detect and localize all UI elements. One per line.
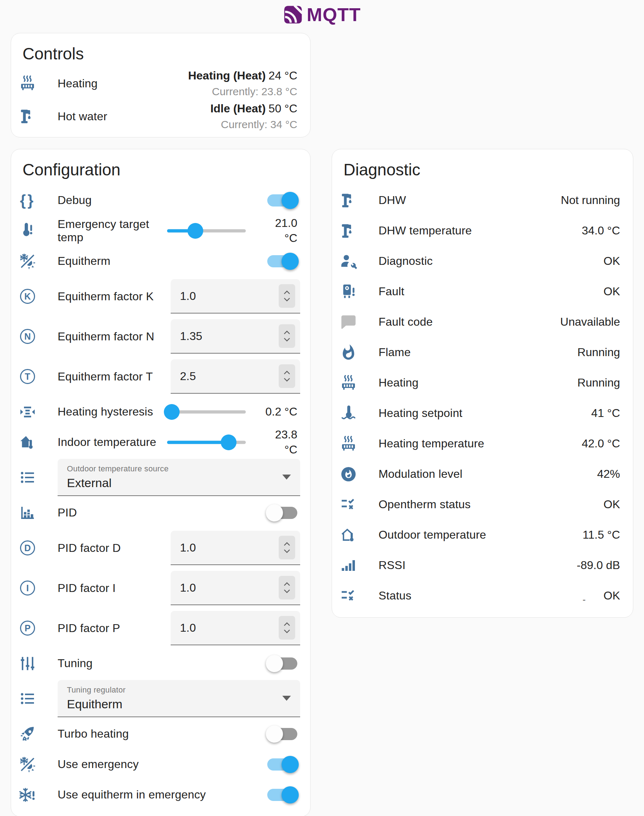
sensor-value: Not running — [561, 193, 620, 207]
setting-label: Emergency target temp — [58, 218, 164, 244]
state-name: Heating (Heat) — [188, 69, 266, 82]
diag-row-heating-temperature[interactable]: Heating temperature 42.0 °C — [332, 428, 633, 459]
config-row-equitherm-factor-k: K Equitherm factor K — [11, 276, 310, 316]
diagnostic-title: Diagnostic — [332, 149, 633, 185]
diag-row-flame[interactable]: Flame Running — [332, 337, 633, 368]
thermometer-water-icon — [339, 404, 358, 423]
config-row-debug: {} Debug — [11, 185, 310, 215]
pid-factor-p-input[interactable] — [180, 621, 279, 635]
climate-state[interactable]: Heating (Heat)24 °C Currently: 23.8 °C — [188, 67, 297, 100]
pid-factor-d-field[interactable] — [171, 531, 300, 565]
pid-toggle[interactable] — [267, 507, 297, 519]
heating-hysteresis-slider[interactable] — [167, 403, 246, 420]
equitherm-factor-n-field[interactable] — [171, 319, 300, 354]
stepper-buttons[interactable] — [279, 536, 295, 559]
setting-label: PID — [58, 506, 262, 519]
alpha-i-circle-icon: I — [18, 579, 37, 597]
sensor-value: 34.0 °C — [582, 224, 620, 237]
mqtt-logo-icon — [283, 5, 303, 25]
config-row-emergency-target-temp: Emergency target temp 21.0 °C — [11, 215, 310, 246]
pid-factor-p-field[interactable] — [171, 611, 300, 645]
snowflake-alert-icon — [18, 785, 37, 804]
stepper-buttons[interactable] — [279, 284, 295, 308]
indoor-temperature-slider[interactable] — [167, 434, 246, 451]
list-status-icon — [339, 587, 358, 605]
pid-factor-d-input[interactable] — [180, 541, 279, 554]
sensor-value: OK — [604, 589, 620, 602]
sensor-label: Heating temperature — [379, 437, 582, 450]
stepper-buttons[interactable] — [279, 364, 295, 388]
diag-row-dhw[interactable]: DHW Not running — [332, 185, 633, 215]
alpha-k-circle-icon: K — [18, 287, 37, 306]
equitherm-factor-k-input[interactable] — [180, 290, 279, 303]
use-emergency-toggle[interactable] — [267, 758, 297, 770]
sensor-value: 42% — [597, 468, 620, 481]
turbo-heating-toggle[interactable] — [267, 728, 297, 740]
diag-row-fault-code[interactable]: Fault code Unavailable — [332, 307, 633, 337]
sun-snowflake-icon — [18, 755, 37, 774]
config-row-tuning: Tuning — [11, 648, 310, 679]
stepper-buttons[interactable] — [279, 324, 295, 348]
chart-histogram-icon — [18, 503, 37, 522]
emergency-target-temp-slider[interactable] — [167, 222, 246, 239]
climate-state[interactable]: Idle (Heat)50 °C Currently: 34 °C — [210, 100, 297, 132]
radiator-icon — [339, 434, 358, 453]
water-pump-icon — [339, 222, 358, 240]
setting-label: PID factor I — [58, 581, 171, 595]
state-target-temp: 24 °C — [269, 69, 297, 82]
dropdown-arrow-icon — [282, 475, 291, 480]
sensor-label: Opentherm status — [379, 498, 604, 511]
sensor-label: Outdoor temperature — [379, 528, 583, 541]
select-value: External — [67, 476, 279, 490]
outdoor-temperature-source-select[interactable]: Outdoor temperature source External — [58, 459, 300, 496]
sensor-label: Modulation level — [379, 468, 597, 481]
sensor-label: Flame — [379, 346, 578, 359]
config-row-pid-factor-p: P PID factor P — [11, 608, 310, 648]
equitherm-toggle[interactable] — [267, 255, 297, 267]
state-target-temp: 50 °C — [269, 102, 297, 115]
config-row-equitherm-factor-t: T Equitherm factor T — [11, 356, 310, 397]
diag-row-status[interactable]: Status OK — [332, 580, 633, 611]
pid-factor-i-field[interactable] — [171, 571, 300, 605]
pid-factor-i-input[interactable] — [180, 581, 279, 594]
diag-row-opentherm-status[interactable]: Opentherm status OK — [332, 489, 633, 520]
equitherm-factor-t-input[interactable] — [180, 370, 279, 383]
setting-label: Turbo heating — [58, 727, 262, 741]
sensor-value: Unavailable — [560, 315, 620, 328]
diag-row-diagnostic[interactable]: Diagnostic OK — [332, 246, 633, 276]
sensor-value: OK — [604, 255, 620, 268]
equitherm-factor-t-field[interactable] — [171, 359, 300, 394]
config-row-heating-hysteresis: Heating hysteresis 0.2 °C — [11, 397, 310, 427]
equitherm-factor-k-field[interactable] — [171, 279, 300, 313]
setting-label: Tuning — [58, 657, 262, 670]
diag-row-fault[interactable]: Fault OK — [332, 276, 633, 307]
stepper-buttons[interactable] — [279, 576, 295, 600]
diag-row-modulation-level[interactable]: Modulation level 42% — [332, 459, 633, 489]
controls-title: Controls — [11, 33, 310, 67]
config-row-tuning-regulator: Tuning regulator Equitherm — [11, 679, 310, 719]
control-row-heating[interactable]: Heating Heating (Heat)24 °C Currently: 2… — [11, 67, 310, 100]
radiator-icon — [339, 374, 358, 392]
control-row-hot-water[interactable]: Hot water Idle (Heat)50 °C Currently: 34… — [11, 100, 310, 133]
use-equitherm-in-emergency-toggle[interactable] — [267, 789, 297, 801]
tuning-regulator-select[interactable]: Tuning regulator Equitherm — [58, 680, 300, 717]
control-label: Heating — [58, 77, 188, 90]
diag-row-heating[interactable]: Heating Running — [332, 368, 633, 398]
select-value: Equitherm — [67, 697, 279, 711]
diagnostic-card: Diagnostic DHW Not running DHW temperatu… — [332, 149, 633, 618]
equitherm-factor-n-input[interactable] — [180, 330, 279, 343]
config-row-outdoor-temperature-source: Outdoor temperature source External — [11, 457, 310, 497]
tuning-toggle[interactable] — [267, 658, 297, 670]
config-row-use-equitherm-in-emergency: Use equitherm in emergency — [11, 779, 310, 810]
stray-mark: - — [583, 594, 586, 605]
setting-label: Heating hysteresis — [58, 405, 164, 419]
sensor-value: OK — [604, 285, 620, 298]
stepper-buttons[interactable] — [279, 616, 295, 640]
debug-toggle[interactable] — [267, 194, 297, 207]
diag-row-outdoor-temperature[interactable]: Outdoor temperature 11.5 °C — [332, 520, 633, 550]
diag-row-heating-setpoint[interactable]: Heating setpoint 41 °C — [332, 398, 633, 428]
diag-row-dhw-temperature[interactable]: DHW temperature 34.0 °C — [332, 215, 633, 246]
diag-row-rssi[interactable]: RSSI -89.0 dB — [332, 550, 633, 580]
sensor-label: Heating setpoint — [379, 406, 592, 420]
controls-card: Controls Heating Heating (Heat)24 °C Cur… — [11, 33, 311, 137]
